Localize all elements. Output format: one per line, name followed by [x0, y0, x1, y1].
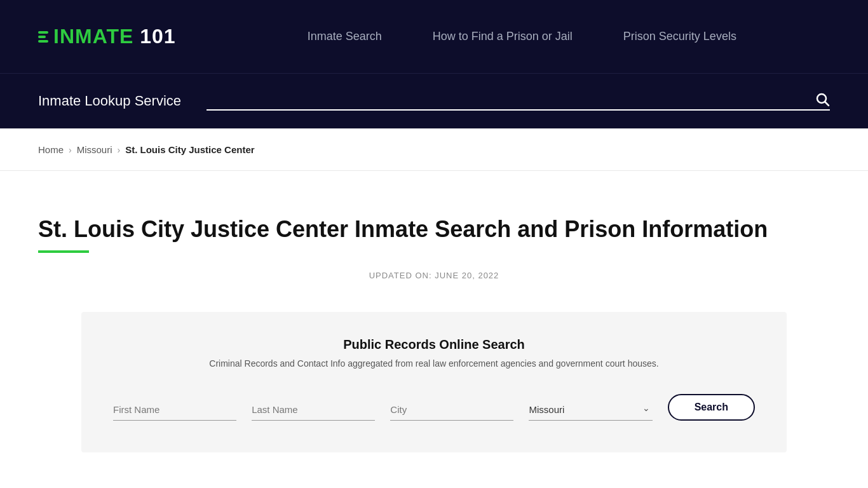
- last-name-field: [252, 399, 375, 421]
- search-card: Public Records Online Search Criminal Re…: [81, 312, 787, 452]
- breadcrumb-current: St. Louis City Justice Center: [125, 144, 254, 155]
- nav-links: Inmate Search How to Find a Prison or Ja…: [214, 30, 830, 43]
- updated-date: JUNE 20, 2022: [435, 271, 499, 280]
- search-section-label: Inmate Lookup Service: [38, 93, 181, 109]
- logo[interactable]: INMATE 101: [38, 25, 176, 48]
- title-underline: [38, 250, 89, 253]
- breadcrumb: Home › Missouri › St. Louis City Justice…: [0, 129, 868, 170]
- logo-101: 101: [133, 25, 175, 48]
- search-button[interactable]: Search: [668, 394, 755, 421]
- logo-bars-icon: [38, 31, 48, 43]
- logo-text: INMATE 101: [53, 25, 176, 48]
- nav-how-to-find[interactable]: How to Find a Prison or Jail: [433, 30, 573, 43]
- breadcrumb-chevron-1: ›: [69, 145, 72, 155]
- logo-inmate: INMATE: [53, 25, 133, 48]
- search-card-subtitle: Criminal Records and Contact Info aggreg…: [113, 358, 755, 369]
- nav-security-levels[interactable]: Prison Security Levels: [623, 30, 736, 43]
- state-select-wrapper: Missouri Alabama Alaska Arizona Californ…: [529, 399, 652, 421]
- content-divider: [0, 170, 868, 171]
- search-input[interactable]: [207, 93, 815, 106]
- first-name-field: [113, 399, 236, 421]
- city-field: [390, 399, 513, 421]
- state-select[interactable]: Missouri Alabama Alaska Arizona Californ…: [529, 399, 652, 421]
- main-content: St. Louis City Justice Center Inmate Sea…: [0, 196, 868, 488]
- first-name-input[interactable]: [113, 399, 236, 421]
- search-section: Inmate Lookup Service: [0, 73, 868, 128]
- city-input[interactable]: [390, 399, 513, 421]
- breadcrumb-home[interactable]: Home: [38, 144, 64, 155]
- nav-inmate-search[interactable]: Inmate Search: [308, 30, 382, 43]
- page-title: St. Louis City Justice Center Inmate Sea…: [38, 215, 830, 243]
- updated-text: UPDATED ON: JUNE 20, 2022: [38, 271, 830, 280]
- svg-line-1: [825, 102, 829, 106]
- breadcrumb-state[interactable]: Missouri: [77, 144, 112, 155]
- breadcrumb-chevron-2: ›: [118, 145, 121, 155]
- top-navigation: INMATE 101 Inmate Search How to Find a P…: [0, 0, 868, 73]
- updated-label: UPDATED ON:: [369, 271, 435, 280]
- search-form: Missouri Alabama Alaska Arizona Californ…: [113, 394, 755, 421]
- search-card-title: Public Records Online Search: [113, 337, 755, 352]
- search-icon: [815, 92, 830, 107]
- last-name-input[interactable]: [252, 399, 375, 421]
- search-input-wrapper: [207, 92, 830, 111]
- search-icon-button[interactable]: [815, 92, 830, 107]
